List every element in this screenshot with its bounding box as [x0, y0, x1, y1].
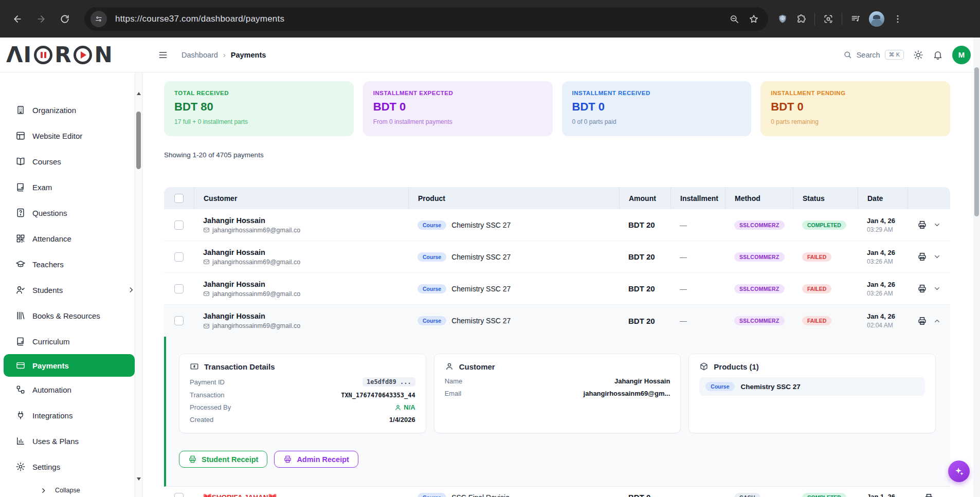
media-playlist-icon[interactable] [850, 14, 861, 24]
admin-receipt-button[interactable]: Admin Receipt [274, 451, 358, 468]
table-row-expanded[interactable]: Jahangir Hossain jahangirhossainm69@gmai… [164, 305, 950, 337]
divider [842, 13, 842, 25]
package-icon [699, 362, 709, 371]
print-icon[interactable] [917, 316, 927, 326]
transaction-details-card: Transaction Details Payment ID1e5dfd89 .… [179, 354, 426, 433]
user-avatar[interactable]: M [952, 46, 971, 64]
sidebar-item-books-resources[interactable]: Books & Resources [0, 303, 142, 328]
sidebar-item-courses[interactable]: Courses [0, 149, 142, 174]
table-row[interactable]: Jahangir Hossain jahangirhossainm69@gmai… [164, 209, 950, 241]
print-icon[interactable] [917, 284, 927, 293]
credit-card-icon [15, 360, 26, 371]
scrollbar-thumb[interactable] [974, 67, 979, 216]
envelope-icon [203, 323, 210, 329]
book-open-icon [15, 156, 26, 167]
extensions-icon[interactable] [796, 14, 806, 24]
sparkles-icon [953, 466, 965, 477]
chevron-right-icon: › [223, 51, 226, 59]
sidebar-item-uses-plans[interactable]: Uses & Plans [0, 428, 142, 454]
student-receipt-button[interactable]: Student Receipt [179, 451, 267, 468]
forward-icon[interactable] [31, 9, 51, 29]
print-icon[interactable] [917, 220, 927, 230]
sidebar-item-organization[interactable]: Organization [0, 97, 142, 123]
sidebar-item-exam[interactable]: Exam [0, 174, 142, 200]
ai-assistant-fab[interactable] [948, 461, 970, 482]
table-row[interactable]: 🎀SHORIFA JAHAN🎀 CourseSSC Final Revisio … [164, 487, 950, 497]
print-icon[interactable] [917, 252, 927, 262]
stat-card-installment-received: INSTALLMENT RECEIVED BDT 0 0 of 0 parts … [562, 81, 752, 136]
stat-card-installment-pending: INSTALLMENT PENDING BDT 0 0 parts remain… [760, 81, 950, 136]
sidebar-item-integrations[interactable]: Integrations [0, 402, 142, 428]
keyboard-shortcut-badge: ⌘ K [885, 50, 904, 60]
payments-table: Customer Product Amount Installment Meth… [164, 187, 950, 497]
table-row[interactable]: Jahangir Hossain jahangirhossainm69@gmai… [164, 241, 950, 273]
sidebar-item-website-editor[interactable]: Website Editor [0, 123, 142, 149]
course-badge: Course [418, 220, 446, 230]
building-icon [15, 105, 26, 115]
url-text[interactable]: https://course37.com/dashboard/payments [115, 14, 729, 24]
sidebar-item-payments[interactable]: Payments [4, 354, 135, 377]
reload-icon[interactable] [55, 9, 75, 29]
status-badge: FAILED [802, 316, 831, 325]
address-bar[interactable]: https://course37.com/dashboard/payments [84, 7, 768, 31]
select-all-checkbox[interactable] [174, 194, 184, 203]
sidebar-item-attendance[interactable]: Attendance [0, 226, 142, 251]
chevron-right-icon [40, 487, 47, 494]
method-badge: SSLCOMMERZ [734, 284, 785, 293]
method-badge: CASH [734, 493, 760, 497]
sidebar-item-students[interactable]: Students [0, 277, 142, 303]
site-settings-icon[interactable] [90, 11, 107, 27]
row-checkbox[interactable] [174, 252, 184, 262]
print-icon [188, 455, 197, 464]
browser-profile-avatar[interactable] [869, 11, 884, 27]
sidebar-item-automation[interactable]: Automation [0, 377, 142, 402]
status-badge: FAILED [802, 284, 831, 293]
row-checkbox[interactable] [174, 316, 184, 325]
chevron-down-icon[interactable] [933, 253, 941, 261]
qr-code-icon [15, 233, 26, 244]
row-checkbox[interactable] [174, 220, 184, 230]
print-icon [283, 455, 292, 464]
stat-card-total-received: TOTAL RECEIVED BDT 80 17 full + 0 instal… [164, 81, 354, 136]
sidebar-item-settings[interactable]: Settings [0, 454, 142, 480]
menu-dots-icon[interactable] [893, 14, 903, 24]
brand-logo[interactable]: ΛI R N [0, 44, 142, 66]
course-badge: Course [418, 284, 446, 293]
chevron-down-icon[interactable] [933, 285, 941, 292]
screenshot-icon[interactable] [823, 14, 833, 24]
method-badge: SSLCOMMERZ [734, 252, 785, 262]
pause-icon [34, 46, 52, 64]
sidebar-collapse-button[interactable]: Collapse [40, 487, 80, 494]
scroll-up-arrow[interactable] [137, 92, 141, 95]
theme-toggle-sun-icon[interactable] [913, 50, 923, 60]
app-header: ΛI R N Dashboard › Payments Search ⌘ K M [0, 38, 980, 72]
breadcrumb-dashboard[interactable]: Dashboard [182, 51, 218, 59]
scroll-down-arrow[interactable] [137, 477, 141, 481]
course-badge: Course [418, 493, 446, 497]
chevron-down-icon[interactable] [933, 221, 941, 229]
payment-id-chip[interactable]: 1e5dfd89 ... [362, 377, 415, 386]
row-checkbox[interactable] [174, 284, 184, 293]
sidebar-item-questions[interactable]: Questions [0, 200, 142, 226]
hamburger-menu-icon[interactable] [158, 50, 168, 60]
scrollbar-thumb[interactable] [136, 112, 141, 169]
search-input[interactable]: Search ⌘ K [843, 50, 904, 60]
back-icon[interactable] [7, 9, 28, 29]
course-badge: Course [705, 382, 734, 391]
stat-card-installment-expected: INSTALLMENT EXPECTED BDT 0 From 0 instal… [363, 81, 553, 136]
search-icon [843, 50, 852, 59]
chevron-up-icon[interactable] [933, 317, 941, 325]
row-checkbox[interactable] [174, 493, 184, 497]
shield-icon[interactable] [777, 14, 788, 24]
notifications-bell-icon[interactable] [933, 50, 943, 60]
print-icon[interactable] [924, 493, 934, 497]
method-badge: SSLCOMMERZ [734, 220, 785, 230]
sidebar-item-teachers[interactable]: Teachers [0, 251, 142, 277]
table-row[interactable]: Jahangir Hossain jahangirhossainm69@gmai… [164, 273, 950, 305]
sidebar-scrollbar[interactable] [135, 72, 142, 497]
bookmark-star-icon[interactable] [749, 14, 759, 24]
book-check-icon [15, 336, 26, 346]
page-scrollbar[interactable] [973, 38, 980, 497]
sidebar-item-curriculum[interactable]: Curriculum [0, 328, 142, 354]
zoom-out-icon[interactable] [729, 14, 739, 24]
